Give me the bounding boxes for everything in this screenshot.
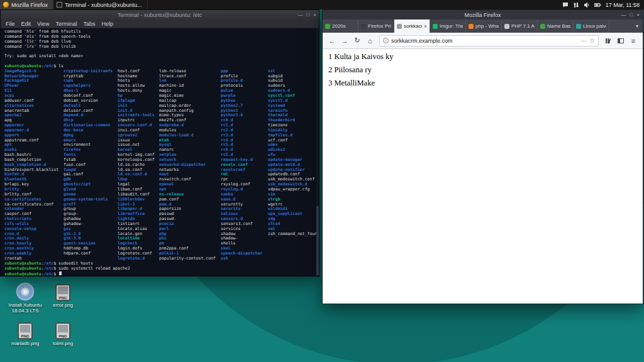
tab-linux-palveli[interactable]: Linux palveli... (574, 19, 609, 33)
favicon-sorkkacrm-ex (397, 24, 402, 29)
tab-bar: 2020sFirefox Priv...sorkkacrm.ex...×Imgu… (323, 19, 643, 33)
page-line: 3 MetalliMake (328, 79, 643, 87)
volume-icon[interactable] (584, 2, 590, 8)
tab-firefox-priv[interactable]: Firefox Priv... (358, 19, 394, 33)
desktop-icon-label: error.png (45, 302, 80, 308)
desktop-icon-label: toimi.png (45, 341, 80, 346)
sidebar-icon[interactable] (615, 35, 626, 47)
favicon-firefox-priv (361, 24, 366, 29)
taskbar-button-firefox[interactable]: Mozilla Firefox (0, 0, 53, 9)
menu-tabs[interactable]: Tabs (80, 21, 98, 27)
close-icon[interactable]: × (313, 13, 316, 18)
page-line: 1 Kulta ja Kaivos ky (328, 53, 643, 60)
url-text[interactable]: sorkkacrm.example.com (391, 38, 579, 44)
desktop-icon-error-png[interactable]: PNGerror.png (45, 284, 80, 308)
terminal-window-title: Terminal - xubuntu@xubuntu: /etc (1, 12, 319, 18)
desktop-icon-mariadb-png[interactable]: PNGmariadb.png (5, 322, 45, 346)
menu-help[interactable]: Help (98, 21, 116, 27)
terminal-cursor (59, 272, 62, 276)
page-actions-icon[interactable]: ⋯ (581, 38, 587, 44)
site-info-icon[interactable]: i (383, 38, 389, 43)
ls-column: lsb-releaseltrace.conflvmmachine-idmagic… (159, 69, 216, 261)
menu-icon[interactable]: ≡ (628, 35, 639, 47)
ls-entry: popularity-contest.conf (159, 256, 216, 261)
back-button[interactable]: ← (326, 35, 338, 47)
desktop-icon-toimi-png[interactable]: PNGtoimi.png (45, 322, 80, 346)
terminal-output-line: command 'lrs' from deb lrslib (4, 45, 319, 50)
menu-view[interactable]: View (34, 21, 52, 27)
desktop-icon-install-xubuntu[interactable]: Install Xubuntu18.04.3 LTS (5, 282, 45, 314)
tab-php-7-1-ab[interactable]: PHP 7.1 Ab... (502, 19, 538, 33)
tab-label: sorkkacrm.ex... (404, 23, 422, 29)
terminal-menubar: File Edit View Terminal Tabs Help (1, 19, 319, 28)
terminal-screen[interactable]: command 'hls' from deb hfsutilscommand '… (1, 28, 319, 276)
ls-entry: hosts.deny (118, 89, 155, 94)
ls-entry: udisks2 (268, 148, 319, 153)
tab-label: Firefox Priv... (368, 23, 391, 29)
ls-entry: openal (159, 182, 216, 187)
favicon-name-base (540, 24, 545, 29)
png-badge: PNG (57, 334, 69, 338)
firefox-window-controls: — □ × (621, 10, 640, 19)
tab-label: Name Base... (547, 23, 570, 29)
ls-entry: php (159, 232, 216, 237)
png-badge: PNG (19, 334, 31, 338)
firefox-titlebar[interactable]: Mozilla Firefox — □ × (323, 10, 643, 19)
library-icon[interactable] (602, 35, 614, 47)
messages-icon[interactable] (562, 2, 569, 8)
network-icon[interactable] (573, 2, 579, 8)
page-line: 2 Piilosana ry (328, 66, 643, 74)
clock[interactable]: 17 Mar, 11:58 (606, 2, 640, 8)
terminal-scrollbar[interactable] (316, 28, 319, 277)
tab-imgur-the-m[interactable]: Imgur: The m... (430, 19, 466, 33)
thumbnail-preview (58, 287, 68, 294)
minimize-icon[interactable]: — (621, 13, 626, 18)
png-badge: PNG (57, 296, 69, 300)
battery-icon[interactable] (594, 2, 601, 8)
tab-close-icon[interactable]: × (424, 24, 427, 29)
tab-label: 2020s (332, 23, 355, 29)
tab-label: PHP 7.1 Ab... (511, 23, 535, 29)
web-page-content[interactable]: 1 Kulta ja Kaivos ky2 Piilosana ry3 Meta… (323, 49, 643, 304)
desktop-icon-label: mariadb.png (5, 341, 45, 346)
firefox-window: Mozilla Firefox — □ × 2020sFirefox Priv.… (322, 9, 643, 304)
terminal-output-line: Try: sudo apt install <deb name> (4, 54, 319, 59)
favicon-php-what-i (469, 24, 474, 29)
ls-column: pppprofileprofile.dprotocolspulsepurplep… (221, 69, 263, 261)
maximize-icon[interactable]: □ (306, 13, 309, 18)
minimize-icon[interactable]: — (297, 13, 303, 18)
dvd-disc-icon (16, 282, 35, 301)
home-button[interactable]: ⌂ (364, 35, 375, 47)
favicon-linux-palveli (576, 24, 581, 29)
ls-entry: appstream.conf (4, 138, 58, 143)
scrollbar-thumb[interactable] (316, 206, 319, 275)
ls-entry: hdparm.conf (64, 251, 113, 256)
menu-edit[interactable]: Edit (18, 21, 35, 27)
reload-button[interactable]: ↻ (352, 35, 363, 47)
menu-file[interactable]: File (3, 21, 18, 27)
ls-column: sslsubgidsubuidsudoerssudoers.dsysctl.co… (268, 69, 319, 237)
ls-output: ImageMagick-6NetworkManagerPackageKitUPo… (4, 69, 319, 261)
ls-entry: vdpau_wrapper.cfg (268, 187, 319, 192)
tab-name-base[interactable]: Name Base... (538, 19, 574, 33)
forward-button[interactable]: → (339, 35, 350, 47)
tabbar-spacer (609, 19, 631, 33)
ls-entry: UPower (4, 84, 58, 89)
top-panel: Mozilla Firefox Terminal - xubuntu@xubun… (0, 0, 644, 9)
maximize-icon[interactable]: □ (630, 13, 633, 18)
taskbar-button-terminal[interactable]: Terminal - xubuntu@xubuntu... (53, 0, 148, 9)
terminal-titlebar[interactable]: Terminal - xubuntu@xubuntu: /etc — □ × (1, 10, 319, 19)
png-file-icon: PNG (18, 322, 33, 339)
list-all-tabs-icon[interactable]: ▾ (631, 19, 643, 33)
tab-sorkkacrm-ex[interactable]: sorkkacrm.ex...× (394, 19, 430, 33)
close-icon[interactable]: × (636, 13, 640, 18)
ls-entry: wpa_supplicant (268, 212, 319, 217)
tab-2020s[interactable]: 2020s (323, 19, 358, 33)
tab-php-what-i[interactable]: php - What I... (466, 19, 502, 33)
favicon-php-7-1-ab (504, 24, 509, 29)
address-bar[interactable]: i sorkkacrm.example.com ⋯ ☆ (379, 35, 599, 47)
ls-column: cryptsetup-initramfscrypttabcupscupshelp… (64, 69, 113, 256)
terminal-window: Terminal - xubuntu@xubuntu: /etc — □ × F… (0, 9, 319, 277)
menu-terminal[interactable]: Terminal (52, 21, 80, 27)
bookmark-star-icon[interactable]: ☆ (589, 37, 595, 44)
